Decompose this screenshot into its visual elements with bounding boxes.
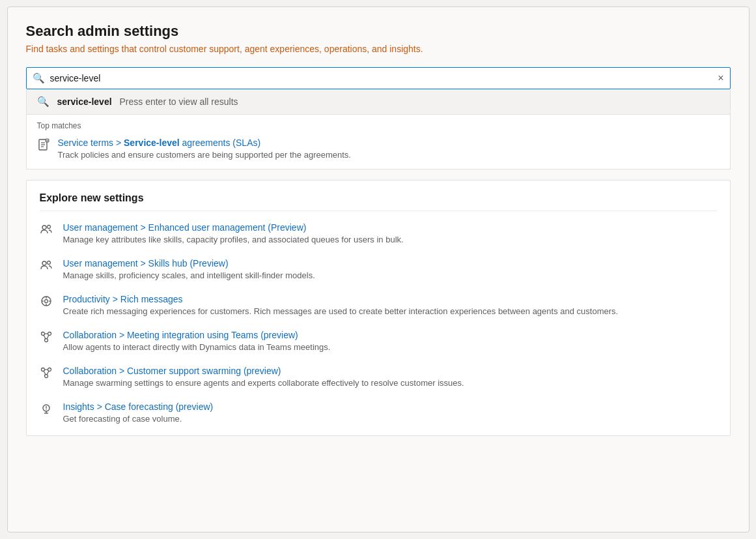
insights-icon: [40, 402, 54, 418]
svg-point-17: [41, 332, 44, 336]
explore-item-desc-4: Manage swarming settings to ensure agent…: [63, 378, 464, 388]
explore-item-link-3[interactable]: Collaboration > Meeting integration usin…: [63, 330, 298, 340]
top-matches-label: Top matches: [37, 121, 720, 130]
explore-item-link-2[interactable]: Productivity > Rich messages: [63, 294, 183, 304]
svg-point-33: [46, 409, 46, 410]
explore-item-content-1: User management > Skills hub (Preview) M…: [63, 257, 315, 280]
explore-item-desc-2: Create rich messaging experiences for cu…: [63, 306, 619, 316]
suggestion-text: service-level Press enter to view all re…: [57, 96, 238, 107]
svg-point-25: [44, 375, 48, 378]
svg-line-28: [47, 371, 49, 375]
page-container: Search admin settings Find tasks and set…: [7, 7, 749, 532]
svg-point-19: [44, 339, 48, 342]
svg-point-23: [41, 368, 44, 371]
svg-point-8: [47, 226, 50, 229]
explore-item-content-0: User management > Enhanced user manageme…: [63, 222, 404, 244]
svg-line-21: [44, 335, 46, 339]
search-suggestion-row[interactable]: 🔍 service-level Press enter to view all …: [26, 89, 731, 115]
match-content: Service terms > Service-level agreements…: [58, 137, 351, 160]
svg-point-24: [48, 368, 51, 371]
search-clear-button[interactable]: ×: [718, 73, 723, 83]
page-title: Search admin settings: [26, 23, 731, 40]
collaboration-icon-0: [40, 330, 54, 347]
explore-item-link-5[interactable]: Insights > Case forecasting (preview): [63, 401, 214, 412]
explore-item-3: Collaboration > Meeting integration usin…: [40, 329, 717, 352]
explore-item-desc-1: Manage skills, proficiency scales, and i…: [63, 270, 315, 280]
explore-section: Explore new settings User management > E…: [26, 180, 731, 436]
explore-item-desc-0: Manage key attributes like skills, capac…: [63, 235, 404, 244]
search-input[interactable]: [26, 67, 731, 89]
svg-line-27: [44, 371, 46, 375]
match-description: Track policies and ensure customers are …: [58, 150, 351, 160]
explore-item-content-2: Productivity > Rich messages Create rich…: [63, 293, 619, 316]
explore-item-1: User management > Skills hub (Preview) M…: [40, 257, 717, 280]
page-subtitle: Find tasks and settings that control cus…: [26, 44, 731, 54]
explore-item-desc-5: Get forecasting of case volume.: [63, 414, 214, 424]
document-icon: [37, 138, 50, 154]
svg-point-18: [48, 332, 51, 336]
explore-item-link-0[interactable]: User management > Enhanced user manageme…: [63, 222, 307, 233]
search-icon: 🔍: [33, 72, 45, 84]
users-icon-1: [40, 259, 54, 275]
svg-line-22: [47, 335, 49, 339]
users-icon-0: [40, 223, 54, 239]
explore-item-link-4[interactable]: Collaboration > Customer support swarmin…: [63, 366, 281, 376]
suggestion-bold: service-level: [57, 96, 112, 107]
match-link-post: agreements (SLAs): [180, 138, 261, 148]
match-link-pre: Service terms >: [58, 138, 124, 148]
explore-item-content-4: Collaboration > Customer support swarmin…: [63, 365, 464, 388]
search-wrapper: 🔍 ×: [26, 67, 731, 89]
suggestion-search-icon: 🔍: [37, 96, 49, 108]
svg-point-7: [42, 226, 46, 229]
svg-point-10: [47, 261, 50, 265]
match-link-highlight: Service-level: [124, 138, 180, 148]
svg-point-12: [44, 300, 48, 303]
match-link[interactable]: Service terms > Service-level agreements…: [58, 138, 261, 148]
suggestion-hint: Press enter to view all results: [119, 96, 238, 107]
match-item: Service terms > Service-level agreements…: [37, 137, 720, 160]
productivity-icon: [40, 295, 54, 311]
svg-point-9: [42, 261, 46, 265]
explore-item-link-1[interactable]: User management > Skills hub (Preview): [63, 258, 229, 269]
top-matches-section: Top matches Service terms > Service-leve…: [26, 115, 731, 169]
collaboration-icon-1: [40, 366, 54, 383]
explore-item-0: User management > Enhanced user manageme…: [40, 222, 717, 244]
explore-item-content-3: Collaboration > Meeting integration usin…: [63, 329, 331, 352]
explore-item-desc-3: Allow agents to interact directly with D…: [63, 342, 331, 352]
explore-item-5: Insights > Case forecasting (preview) Ge…: [40, 401, 717, 424]
explore-item-2: Productivity > Rich messages Create rich…: [40, 293, 717, 316]
explore-title: Explore new settings: [40, 192, 717, 211]
explore-item-content-5: Insights > Case forecasting (preview) Ge…: [63, 401, 214, 424]
explore-item-4: Collaboration > Customer support swarmin…: [40, 365, 717, 388]
